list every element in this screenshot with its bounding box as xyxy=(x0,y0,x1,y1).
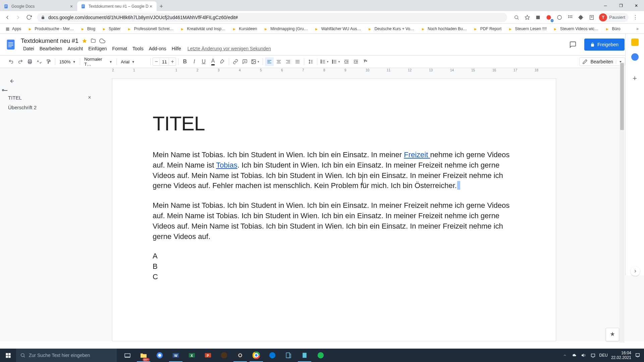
extension-icon[interactable] xyxy=(555,13,564,21)
align-justify-button[interactable] xyxy=(293,57,302,66)
taskbar-app-edge[interactable] xyxy=(264,349,280,362)
decrease-indent-button[interactable] xyxy=(342,57,351,66)
clear-formatting-button[interactable]: T xyxy=(361,57,370,66)
insert-comment-button[interactable] xyxy=(240,57,249,66)
tray-expand-icon[interactable] xyxy=(562,352,568,358)
ruler[interactable]: 21123456789101112131415161718 xyxy=(0,68,644,73)
print-button[interactable] xyxy=(25,57,34,66)
mode-select[interactable]: Bearbeiten ▼ xyxy=(579,57,625,66)
paragraph-style-select[interactable]: Normaler T…▼ xyxy=(82,57,114,66)
notifications-icon[interactable] xyxy=(635,352,641,358)
taskbar-app-spotify[interactable] xyxy=(313,349,329,362)
menu-file[interactable]: Datei xyxy=(21,45,37,52)
bookmark-item[interactable]: ▸Deutsche Kurs + Vo… xyxy=(365,25,416,33)
taskbar-app[interactable] xyxy=(216,349,232,362)
menu-insert[interactable]: Einfügen xyxy=(86,45,109,52)
font-select[interactable]: Arial▼ xyxy=(119,57,148,66)
italic-button[interactable]: I xyxy=(190,57,199,66)
volume-icon[interactable] xyxy=(581,352,587,358)
bookmarks-overflow-button[interactable]: » xyxy=(634,26,641,31)
zoom-select[interactable]: 150%▼ xyxy=(57,57,78,66)
share-button[interactable]: Freigeben xyxy=(584,39,625,51)
bookmark-item[interactable]: ▸Steuern Lesen !!!! xyxy=(505,25,549,33)
move-icon[interactable] xyxy=(91,38,96,44)
back-button[interactable] xyxy=(3,13,12,22)
extension-icon[interactable] xyxy=(534,13,542,21)
keyboard-language[interactable]: DEU xyxy=(599,353,608,358)
undo-button[interactable] xyxy=(7,57,15,66)
reload-button[interactable] xyxy=(24,13,34,22)
last-change-link[interactable]: Letzte Änderung vor wenigen Sekunden xyxy=(187,46,271,51)
bookmark-item[interactable]: ▸Blog xyxy=(78,25,97,33)
taskbar-app[interactable] xyxy=(152,349,168,362)
system-tray[interactable]: DEU 16:04 22.02.2021 xyxy=(558,351,644,360)
start-button[interactable] xyxy=(0,349,16,362)
bookmark-item[interactable]: ▸Wahlfächer WU Aus… xyxy=(312,25,363,33)
bookmark-item[interactable]: ▸Produktsuche - Mer… xyxy=(25,25,76,33)
taskbar-app-powerpoint[interactable]: P xyxy=(200,349,216,362)
task-view-button[interactable] xyxy=(119,349,136,362)
font-size-value[interactable]: 11 xyxy=(160,59,169,65)
browser-menu-icon[interactable]: ⋮ xyxy=(631,13,639,21)
star-icon[interactable] xyxy=(523,13,531,21)
text-color-button[interactable]: A xyxy=(209,57,217,66)
taskbar-search[interactable]: Zur Suche Text hier eingeben xyxy=(16,349,117,362)
hide-side-panel-button[interactable] xyxy=(631,266,640,276)
paragraph[interactable]: Mein Name ist Tobias. Ich bin Student in… xyxy=(153,200,516,242)
reading-list-icon[interactable] xyxy=(588,13,596,21)
menu-help[interactable]: Hilfe xyxy=(169,45,183,52)
outline-heading[interactable]: TITEL xyxy=(8,95,22,101)
paint-format-button[interactable] xyxy=(44,57,53,66)
taskbar-app[interactable] xyxy=(280,349,297,362)
align-right-button[interactable] xyxy=(284,57,292,66)
star-icon[interactable] xyxy=(82,38,87,44)
clock[interactable]: 16:04 22.02.2021 xyxy=(611,351,631,360)
list-item[interactable]: B xyxy=(153,261,516,272)
minimize-button[interactable]: ─ xyxy=(598,0,613,11)
font-size-decrease[interactable]: − xyxy=(153,59,160,65)
spellcheck-button[interactable]: A xyxy=(35,57,44,66)
zoom-icon[interactable] xyxy=(513,13,521,21)
network-icon[interactable] xyxy=(590,352,596,358)
line-spacing-button[interactable] xyxy=(306,57,315,66)
taskbar-app-excel[interactable]: X xyxy=(184,349,200,362)
docs-logo-icon[interactable] xyxy=(4,38,17,51)
extension-icon[interactable]: 0 xyxy=(545,13,553,21)
insert-image-button[interactable]: ▼ xyxy=(250,57,261,66)
outline-back-button[interactable] xyxy=(8,78,15,84)
close-icon[interactable]: × xyxy=(149,4,153,9)
menu-addons[interactable]: Add-ons xyxy=(147,45,169,52)
maximize-button[interactable]: ❐ xyxy=(613,0,629,11)
heading-1[interactable]: TITEL xyxy=(153,112,516,135)
tasks-app-icon[interactable] xyxy=(631,53,639,61)
paragraph[interactable]: Mein Name ist Tobias. Ich bin Student in… xyxy=(153,150,516,191)
vertical-scrollbar[interactable] xyxy=(620,62,625,343)
browser-tab[interactable]: Google Docs × xyxy=(0,1,77,11)
taskbar-app-obs[interactable] xyxy=(232,349,248,362)
redo-button[interactable] xyxy=(16,57,25,66)
scrollbar-thumb[interactable] xyxy=(620,63,624,130)
profile-chip[interactable]: T Pausiert xyxy=(598,13,629,22)
url-field[interactable]: docs.google.com/document/d/1hUH8k6h7Lb8y… xyxy=(37,13,507,22)
underline-button[interactable]: U xyxy=(199,57,208,66)
highlight-button[interactable] xyxy=(218,57,227,66)
bookmark-item[interactable]: ▸Später xyxy=(99,25,122,33)
keep-app-icon[interactable] xyxy=(631,39,639,46)
onedrive-icon[interactable] xyxy=(571,352,577,358)
extensions-menu-icon[interactable] xyxy=(577,13,585,21)
bookmark-item[interactable]: ▸PDF Report xyxy=(471,25,503,33)
close-icon[interactable]: × xyxy=(69,4,74,9)
bookmark-item[interactable]: ▸Noch hochladen Bu… xyxy=(418,25,469,33)
document-page[interactable]: TITEL Mein Name ist Tobias. Ich bin Stud… xyxy=(112,78,556,341)
bookmark-item[interactable]: ▸Professionell Schrei… xyxy=(124,25,175,33)
menu-view[interactable]: Ansicht xyxy=(65,45,85,52)
bookmark-item[interactable]: ▸Kursideen xyxy=(229,25,259,33)
extension-icon[interactable] xyxy=(566,13,574,21)
forward-button[interactable] xyxy=(13,13,23,22)
close-window-button[interactable]: ✕ xyxy=(629,0,644,11)
menu-edit[interactable]: Bearbeiten xyxy=(37,45,65,52)
align-center-button[interactable] xyxy=(274,57,283,66)
add-addon-button[interactable]: + xyxy=(633,74,637,83)
menu-tools[interactable]: Tools xyxy=(130,45,146,52)
align-left-button[interactable] xyxy=(265,57,274,66)
